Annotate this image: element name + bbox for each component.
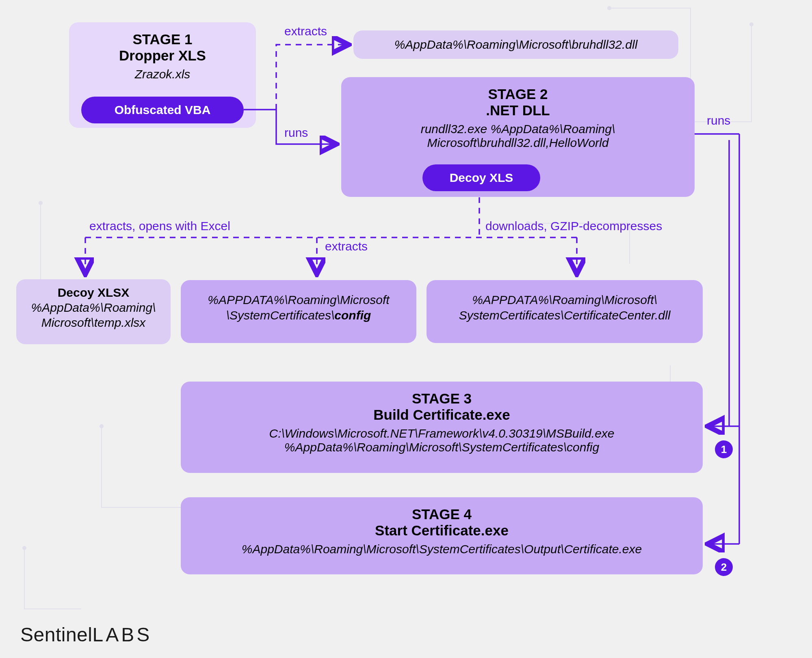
edge-runs-label: runs [284,126,308,140]
stage3-title-l1: STAGE 3 [191,390,692,407]
svg-point-1 [749,22,754,26]
config-path-l1: %APPDATA%\Roaming\Microsoft [188,292,409,308]
stage3-title-l2: Build Certificate.exe [191,407,692,423]
decoy-xlsx-path-l1: %AppData%\Roaming\ [22,300,165,315]
decoy-xlsx-box: Decoy XLSX %AppData%\Roaming\ Microsoft\… [16,279,171,344]
stage4-title-l1: STAGE 4 [191,506,692,522]
svg-point-5 [22,546,26,550]
decoy-xlsx-title: Decoy XLSX [22,286,165,300]
config-path-l2-pre: \SystemCertificates\ [226,309,335,322]
config-path-l2: \SystemCertificates\config [188,308,409,323]
badge-1: 1 [715,440,733,458]
stage3-path-l1: C:\Windows\Microsoft.NET\Framework\v4.0.… [191,427,692,440]
obfuscated-vba-pill: Obfuscated VBA [81,97,244,123]
svg-point-4 [100,424,104,428]
edge-extracts-label: extracts [284,24,327,38]
edge-extracts-opens-label: extracts, opens with Excel [89,219,230,233]
stage3-box: STAGE 3 Build Certificate.exe C:\Windows… [181,382,703,473]
stage2-sub-l1: rundll32.exe %AppData%\Roaming\ [352,122,684,136]
diagram-canvas: STAGE 1 Dropper XLS Zrazok.xls Obfuscate… [0,0,812,658]
certdll-path-l1: %APPDATA%\Roaming\Microsoft\ [434,292,695,308]
stage1-title-l2: Dropper XLS [80,47,245,64]
badge-2: 2 [715,558,733,576]
svg-point-2 [39,201,43,205]
stage1-sub: Zrazok.xls [80,67,245,81]
decoy-xls-pill: Decoy XLS [422,164,540,191]
stage4-path: %AppData%\Roaming\Microsoft\SystemCertif… [191,542,692,556]
certdll-path-l2: SystemCertificates\CertificateCenter.dll [434,308,695,323]
stage4-title-l2: Start Certificate.exe [191,522,692,539]
logo-thin: Sentinel [20,624,92,645]
edge-runs-right-label: runs [707,114,730,127]
stage4-box: STAGE 4 Start Certificate.exe %AppData%\… [181,497,703,574]
config-box: %APPDATA%\Roaming\Microsoft \SystemCerti… [181,280,416,343]
stage1-title-l1: STAGE 1 [80,31,245,47]
edge-extracts2-label: extracts [325,239,368,253]
stage2-title-l2: .NET DLL [352,102,684,119]
stage3-path-l2: %AppData%\Roaming\Microsoft\SystemCertif… [191,440,692,454]
stage2-title-l1: STAGE 2 [352,86,684,102]
edge-downloads-label: downloads, GZIP-decompresses [485,219,662,233]
decoy-xlsx-path-l2: Microsoft\temp.xlsx [22,315,165,330]
svg-point-0 [607,6,611,10]
certdll-box: %APPDATA%\Roaming\Microsoft\ SystemCerti… [427,280,703,343]
bruhdll-path: %AppData%\Roaming\Microsoft\bruhdll32.dl… [362,37,669,52]
stage2-sub-l2: Microsoft\bruhdll32.dll,HelloWorld [352,136,684,150]
logo-bold: LABS [92,624,152,645]
bruhdll-path-box: %AppData%\Roaming\Microsoft\bruhdll32.dl… [353,30,678,59]
config-path-l2-bold: config [334,309,371,322]
sentinel-labs-logo: SentinelLABS [20,623,152,646]
